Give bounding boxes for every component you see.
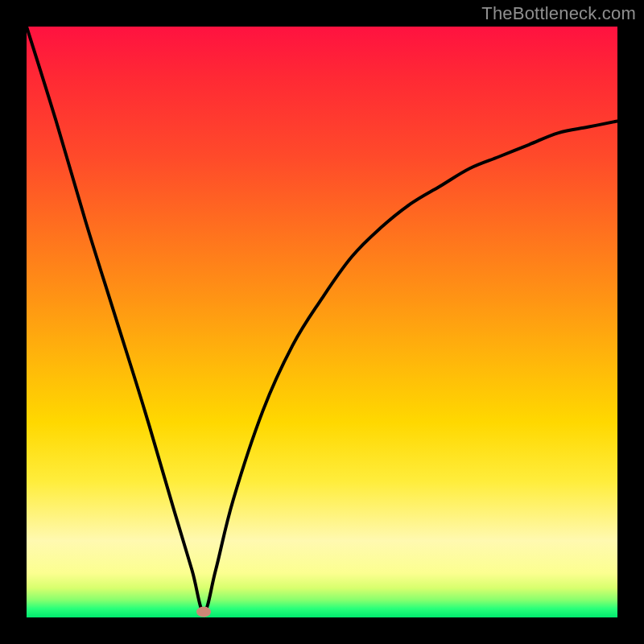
watermark-text: TheBottleneck.com	[481, 3, 636, 24]
optimal-point-marker	[196, 606, 211, 617]
chart-frame: TheBottleneck.com	[0, 0, 644, 644]
plot-area	[27, 27, 617, 617]
bottleneck-curve	[27, 27, 617, 617]
